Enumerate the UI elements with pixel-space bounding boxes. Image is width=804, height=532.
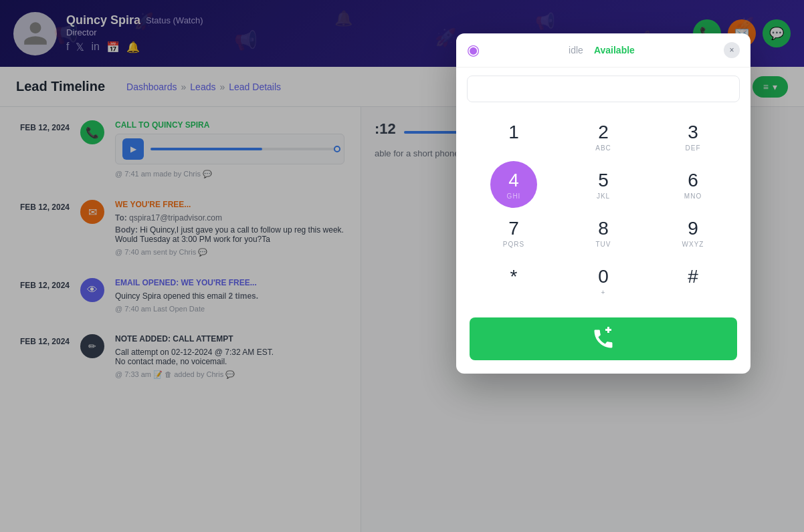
key-sub-8: TUV [596,241,611,248]
dial-pad: 1 2 ABC 3 DEF 4 GHI 5 JKL 6 MNO 7 [456,110,750,307]
dial-key-7[interactable]: 7 PQRS [470,209,558,256]
key-sub-0: + [601,289,606,296]
dialer-input[interactable] [467,76,740,102]
dial-key-0[interactable]: 0 + [559,257,647,304]
dial-key-5[interactable]: 5 JKL [559,161,647,208]
key-sub-7: PQRS [503,241,524,248]
key-num-4: 4 [508,170,519,191]
dialer-header: ◉ idle Available × [456,33,750,68]
dial-key-4[interactable]: 4 GHI [490,161,537,208]
key-num-7: 7 [508,218,519,239]
dial-key-9[interactable]: 9 WXYZ [649,209,737,256]
key-num-hash: # [688,266,698,287]
key-num-8: 8 [598,218,609,239]
key-sub-2: ABC [595,144,611,152]
dial-key-6[interactable]: 6 MNO [649,161,737,208]
key-num-6: 6 [688,170,698,191]
dial-key-4-wrapper: 4 GHI [470,161,558,208]
key-num-2: 2 [598,122,609,143]
dialer-input-area [456,68,750,110]
key-num-star: * [510,266,518,287]
key-sub-6: MNO [684,192,702,200]
key-sub-9: WXYZ [682,241,704,248]
dialer-modal: ◉ idle Available × 1 2 ABC 3 DEF 4 GHI [456,33,750,374]
key-num-3: 3 [688,122,698,143]
signal-icon: ◉ [467,41,480,59]
dial-key-8[interactable]: 8 TUV [559,209,647,256]
dial-key-3[interactable]: 3 DEF [649,113,737,160]
dial-key-1[interactable]: 1 [470,113,558,160]
dial-key-star[interactable]: * [470,257,558,304]
key-sub-3: DEF [686,144,701,152]
dialer-close-button[interactable]: × [724,42,740,58]
key-num-0: 0 [598,266,609,287]
dial-key-2[interactable]: 2 ABC [559,113,647,160]
key-sub-5: JKL [597,192,610,200]
key-num-5: 5 [598,170,609,191]
key-sub-4: GHI [507,192,521,200]
dialer-status: idle Available [569,45,635,55]
key-num-9: 9 [688,218,698,239]
key-num-1: 1 [508,122,519,143]
dial-key-hash[interactable]: # [649,257,737,304]
dial-call-button[interactable] [470,317,737,360]
dialer-available-label: Available [594,45,635,55]
dialer-idle-label: idle [569,45,583,55]
call-phone-icon [591,327,615,351]
